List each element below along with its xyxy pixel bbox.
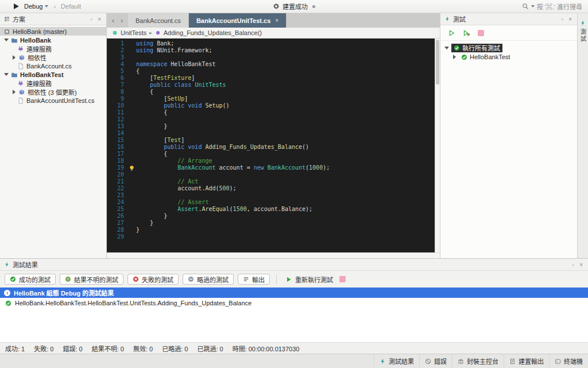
nav-back-icon[interactable]: ‹ [112, 17, 114, 25]
solution-tree-item[interactable]: HelloBank (master) [0, 27, 106, 36]
status-bar-item[interactable]: 終端機 [549, 354, 588, 368]
code-line[interactable]: 18 // Arrange [107, 158, 435, 164]
breadcrumb-class[interactable]: UnitTests [121, 29, 146, 36]
code-line[interactable]: 14 [107, 130, 435, 137]
pad-close-icon[interactable]: × [578, 262, 584, 268]
code-line[interactable]: 20 [107, 171, 435, 178]
line-number[interactable]: 12 [107, 116, 127, 123]
code-line[interactable]: 7 public class UnitTests [107, 82, 435, 89]
line-number[interactable]: 3 [107, 54, 127, 61]
code-line[interactable]: 3 [107, 54, 435, 61]
code-line[interactable]: 1using Bank; [107, 40, 435, 47]
results-filter-button[interactable]: 失敗的測試 [127, 274, 179, 285]
line-number[interactable]: 7 [107, 82, 127, 89]
pad-close-icon[interactable]: × [567, 16, 573, 22]
code-line[interactable]: 28} [107, 227, 435, 233]
vertical-tab-tests[interactable]: 測試 [579, 29, 587, 43]
line-number[interactable]: 2 [107, 47, 127, 54]
stop-icon[interactable] [478, 30, 484, 36]
tests-tree-item[interactable]: HelloBankTest [440, 52, 577, 62]
code-line[interactable]: 16 public void Adding_Funds_Updates_Bala… [107, 144, 435, 151]
results-filter-button[interactable]: 成功的測試 [5, 274, 56, 285]
stop-icon[interactable] [339, 276, 346, 282]
line-number[interactable]: 14 [107, 130, 127, 137]
pad-dock-icon[interactable]: ▫ [571, 262, 576, 268]
line-number[interactable]: 4 [107, 61, 127, 68]
code-line[interactable]: 17 { [107, 151, 435, 158]
tab-close-icon[interactable]: × [275, 17, 278, 24]
rerun-tests-button[interactable]: 重新執行測試 [283, 275, 335, 284]
editor-tab[interactable]: BankAccount.cs [128, 13, 189, 28]
code-line[interactable]: 6 [TestFixture] [107, 75, 435, 82]
build-status[interactable]: 建置成功 [273, 2, 315, 11]
editor-vertical-scrollbar[interactable] [435, 39, 440, 252]
solution-tree-item[interactable]: 連線服務 [0, 79, 106, 87]
disclosure-expanded-icon[interactable] [444, 47, 449, 49]
line-number[interactable]: 1 [107, 40, 127, 47]
editor-tab[interactable]: BankAccountUnitTest.cs× [189, 13, 287, 28]
line-number[interactable]: 16 [107, 144, 127, 151]
code-line[interactable]: 9 [SetUp] [107, 95, 435, 102]
code-line[interactable]: 23 [107, 192, 435, 199]
code-line[interactable]: 21 // Act [107, 178, 435, 185]
line-number[interactable]: 8 [107, 89, 127, 95]
line-number[interactable]: 25 [107, 206, 127, 213]
line-number[interactable]: 27 [107, 220, 127, 227]
pad-dock-icon[interactable]: ▫ [90, 16, 94, 22]
code-line[interactable]: 25 Assert.AreEqual(1500, account.Balance… [107, 206, 435, 213]
code-line[interactable]: 12 [107, 116, 435, 123]
code-line[interactable]: 10 public void Setup() [107, 102, 435, 109]
code-line[interactable]: 29 [107, 233, 435, 240]
line-number[interactable]: 5 [107, 68, 127, 75]
line-number[interactable]: 10 [107, 102, 127, 109]
code-line[interactable]: 27 } [107, 220, 435, 227]
line-number[interactable]: 13 [107, 123, 127, 130]
status-bar-item[interactable]: 封裝主控台 [452, 354, 504, 368]
line-number[interactable]: 23 [107, 192, 127, 199]
line-number[interactable]: 29 [107, 233, 127, 240]
line-number[interactable]: 6 [107, 75, 127, 82]
run-button[interactable] [14, 3, 19, 9]
search-field[interactable]: 按 '⌘.' 進行搜尋 [522, 2, 582, 11]
configuration-selector[interactable]: Debug [24, 3, 48, 10]
solution-tree-item[interactable]: HelloBankTest [0, 70, 106, 79]
line-number[interactable]: 11 [107, 109, 127, 116]
line-number[interactable]: 24 [107, 199, 127, 206]
results-filter-button[interactable]: 略過的測試 [183, 274, 234, 285]
code-line[interactable]: 2using NUnit.Framework; [107, 47, 435, 54]
tests-tree-item[interactable]: 執行所有測試 [440, 43, 577, 52]
code-line[interactable]: 13 } [107, 123, 435, 130]
code-line[interactable]: 24 // Assert [107, 199, 435, 206]
solution-tree-item[interactable]: BankAccountUnitTest.cs [0, 96, 106, 105]
results-filter-button[interactable]: ?結果不明的測試 [60, 274, 123, 285]
pad-dock-icon[interactable]: ▫ [560, 16, 565, 22]
code-line[interactable]: 15 [Test] [107, 137, 435, 144]
pad-close-icon[interactable]: × [96, 16, 102, 22]
disclosure-collapsed-icon[interactable] [453, 55, 456, 59]
code-editor[interactable]: 1using Bank;2using NUnit.Framework;34nam… [107, 39, 440, 252]
solution-tree-item[interactable]: 連線服務 [0, 44, 106, 53]
nav-forward-icon[interactable]: › [121, 17, 123, 25]
breadcrumb-method[interactable]: Adding_Funds_Updates_Balance() [164, 29, 262, 36]
bulb-icon[interactable] [129, 165, 135, 171]
code-line[interactable]: 11 { [107, 109, 435, 116]
scrollbar-thumb[interactable] [436, 40, 439, 85]
play-outline-icon[interactable] [448, 29, 455, 37]
solution-tree-item[interactable]: BankAccount.cs [0, 62, 106, 70]
line-number[interactable]: 28 [107, 227, 127, 233]
line-number[interactable]: 26 [107, 213, 127, 220]
line-number[interactable]: 9 [107, 95, 127, 102]
status-bar-item[interactable]: 測試結果 [374, 354, 419, 368]
results-filter-button[interactable]: 輸出 [238, 274, 270, 285]
debug-play-icon[interactable] [463, 29, 470, 37]
code-line[interactable]: 19 BankAccount account = new BankAccount… [107, 164, 435, 171]
line-number[interactable]: 20 [107, 171, 127, 178]
editor-horizontal-scrollbar[interactable] [107, 252, 440, 258]
code-line[interactable]: 4namespace HelloBankTest [107, 61, 435, 68]
line-number[interactable]: 17 [107, 151, 127, 158]
line-number[interactable]: 15 [107, 137, 127, 144]
test-result-row[interactable]: HelloBank.HelloBankTest.HelloBankTest.Un… [0, 298, 588, 308]
disclosure-expanded-icon[interactable] [4, 39, 9, 41]
solution-tree-item[interactable]: 相依性 (3 個更新) [0, 87, 106, 96]
run-target-selector[interactable]: Default [61, 3, 81, 10]
